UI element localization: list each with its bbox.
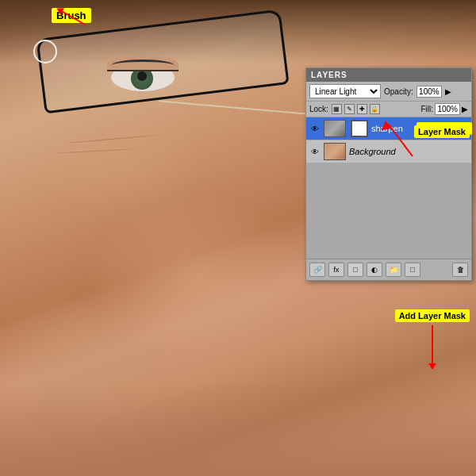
layers-empty-space — [306, 163, 471, 259]
fx-button[interactable]: fx — [328, 263, 344, 277]
add-mask-button[interactable]: □ — [347, 263, 363, 277]
blend-mode-select[interactable]: Linear Light Normal Multiply Screen — [309, 84, 381, 98]
new-layer-button[interactable]: □ — [405, 263, 420, 277]
delete-layer-button[interactable]: 🗑 — [452, 263, 468, 277]
lock-label: Lock: — [309, 105, 328, 113]
brush-circle — [33, 40, 57, 63]
layer-mask-label-text: Layer Mask — [414, 125, 470, 138]
layers-lock-row: Lock: ▦ ✎ ✚ 🔒 Fill: ▶ — [306, 102, 471, 117]
link-layers-button[interactable]: 🔗 — [309, 263, 325, 277]
layers-title-text: LAYERS — [311, 71, 347, 79]
layer-thumb-background — [324, 143, 346, 160]
group-button[interactable]: 📁 — [386, 263, 401, 277]
add-layer-mask-arrow — [432, 325, 433, 369]
layer-eye-background[interactable]: 👁 — [309, 146, 321, 157]
layers-panel: LAYERS Linear Light Normal Multiply Scre… — [305, 67, 472, 281]
fill-chevron: ▶ — [462, 105, 468, 113]
layer-thumb-sharpen — [324, 120, 346, 137]
lock-all-icon[interactable]: 🔒 — [370, 104, 380, 114]
layers-controls-row: Linear Light Normal Multiply Screen Opac… — [306, 82, 471, 102]
fill-row: Fill: ▶ — [420, 103, 468, 115]
add-layer-mask-label: Add Layer Mask — [395, 309, 470, 322]
lock-paint-icon[interactable]: ✎ — [344, 104, 355, 114]
adjustment-layer-button[interactable]: ◐ — [367, 263, 382, 277]
fill-input[interactable] — [435, 103, 460, 115]
fill-label: Fill: — [420, 105, 433, 113]
layer-eye-sharpen[interactable]: 👁 — [309, 123, 321, 134]
layers-panel-title: LAYERS — [306, 68, 471, 82]
lock-transparent-icon[interactable]: ▦ — [332, 104, 342, 114]
layers-bottom-toolbar: 🔗 fx □ ◐ 📁 □ 🗑 — [306, 259, 471, 280]
opacity-label: Opacity: — [384, 87, 413, 96]
lock-icons: ▦ ✎ ✚ 🔒 — [332, 104, 380, 114]
add-layer-mask-annotation: Add Layer Mask — [395, 309, 470, 369]
opacity-input[interactable] — [416, 86, 442, 98]
lock-move-icon[interactable]: ✚ — [357, 104, 367, 114]
svg-line-1 — [389, 125, 413, 156]
opacity-chevron: ▶ — [445, 87, 451, 96]
